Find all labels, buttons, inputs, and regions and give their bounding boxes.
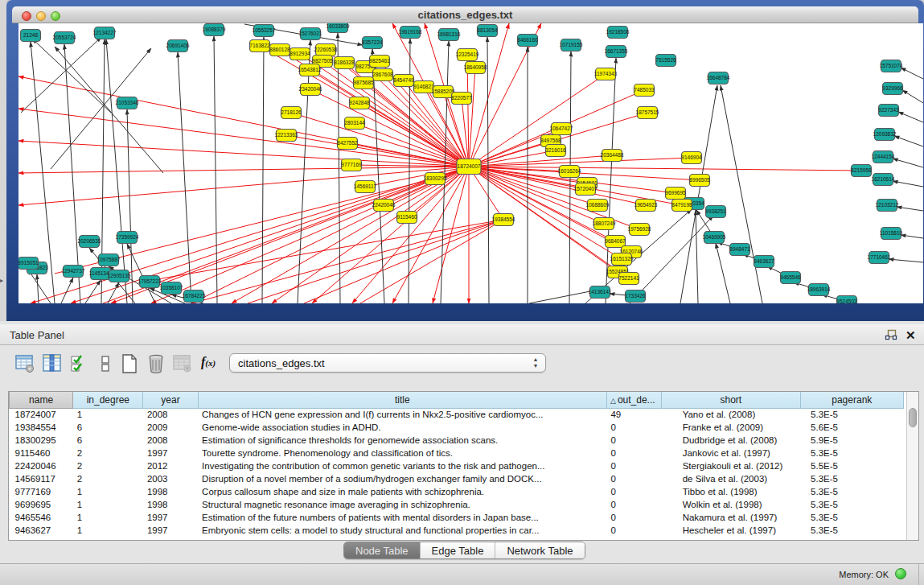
table-row[interactable]: 1830029562008Estimation of significance … bbox=[10, 434, 904, 447]
table-row[interactable]: 911546021997Tourette syndrome. Phenomeno… bbox=[10, 447, 904, 459]
graph-node[interactable]: 16543812 bbox=[298, 64, 322, 76]
memory-status-indicator[interactable] bbox=[895, 568, 906, 579]
cell-pagerank[interactable]: 5.3E-5 bbox=[800, 447, 903, 459]
create-column-icon[interactable] bbox=[119, 353, 140, 374]
graph-node[interactable]: 9465546 bbox=[780, 272, 801, 284]
cell-name[interactable]: 9115460 bbox=[10, 447, 73, 459]
table-row[interactable]: 946554611997Estimation of the future num… bbox=[10, 511, 904, 524]
graph-node[interactable]: 18640958 bbox=[464, 62, 487, 74]
cell-in_degree[interactable]: 1 bbox=[73, 485, 143, 498]
graph-node[interactable]: 7485033 bbox=[634, 84, 655, 97]
graph-node[interactable]: 9115460 bbox=[397, 212, 417, 224]
graph-node[interactable]: 21053346 bbox=[116, 97, 139, 109]
graph-edge[interactable] bbox=[893, 181, 923, 187]
cell-in_degree[interactable]: 2 bbox=[73, 459, 143, 472]
graph-node[interactable]: 17710461 bbox=[868, 252, 891, 264]
graph-edge[interactable] bbox=[696, 210, 698, 303]
graph-edge[interactable] bbox=[716, 243, 730, 303]
cell-title[interactable]: Embryonic stem cells: a model to study s… bbox=[198, 524, 606, 537]
graph-node[interactable]: 8479198 bbox=[671, 200, 692, 212]
graph-node[interactable]: 10647427 bbox=[550, 123, 573, 135]
graph-node[interactable]: 15751074 bbox=[880, 60, 903, 72]
graph-edge[interactable] bbox=[469, 158, 692, 167]
graph-edge[interactable] bbox=[64, 44, 80, 303]
graph-node[interactable]: 8215958 bbox=[851, 165, 872, 177]
graph-node[interactable]: 19218506 bbox=[606, 27, 630, 39]
table-row[interactable]: 1872400712008Changes of HCN gene express… bbox=[10, 408, 904, 421]
cell-title[interactable]: Structural magnetic resonance image aver… bbox=[198, 498, 606, 511]
cell-pagerank[interactable]: 5.9E-5 bbox=[800, 434, 903, 447]
graph-node[interactable]: 10553257 bbox=[253, 25, 276, 37]
graph-node[interactable]: 8186328 bbox=[334, 57, 355, 69]
cell-year[interactable]: 1998 bbox=[143, 498, 198, 511]
graph-edge[interactable] bbox=[191, 220, 503, 303]
graph-node[interactable]: 11015810 bbox=[880, 228, 903, 240]
graph-node[interactable]: 8915051 bbox=[18, 257, 39, 270]
cell-title[interactable]: Genome-wide association studies in ADHD. bbox=[198, 421, 606, 434]
graph-node[interactable]: 8454749 bbox=[393, 75, 414, 87]
cell-name[interactable]: 14569117 bbox=[10, 472, 73, 485]
graph-node[interactable]: 20206535 bbox=[78, 236, 101, 248]
cell-title[interactable]: Tourette syndrome. Phenomenology and cla… bbox=[198, 447, 606, 459]
graph-node[interactable]: 8220577 bbox=[451, 93, 472, 105]
cell-pagerank[interactable]: 5.3E-5 bbox=[800, 485, 903, 498]
cell-pagerank[interactable]: 5.3E-5 bbox=[800, 472, 903, 485]
network-window-titlebar[interactable]: citations_edges.txt bbox=[12, 6, 918, 23]
graph-node[interactable]: 18757515 bbox=[636, 107, 659, 119]
graph-node[interactable]: 16033809 bbox=[326, 23, 350, 33]
cell-in_degree[interactable]: 6 bbox=[73, 434, 143, 447]
graph-edge[interactable] bbox=[901, 235, 923, 238]
graph-node[interactable]: 14569117 bbox=[354, 181, 377, 193]
cell-in_degree[interactable]: 2 bbox=[73, 447, 143, 459]
cell-in_degree[interactable]: 1 bbox=[73, 511, 143, 524]
graph-node[interactable]: 9825461 bbox=[369, 56, 390, 68]
table-row[interactable]: 1456911722003Disruption of a novel membe… bbox=[10, 472, 904, 485]
graph-edge[interactable] bbox=[127, 244, 155, 303]
cell-out_degree[interactable]: 0 bbox=[606, 524, 661, 537]
cell-pagerank[interactable]: 5.3E-5 bbox=[800, 524, 903, 537]
graph-node[interactable]: 12444154 bbox=[872, 151, 895, 163]
graph-edge[interactable] bbox=[248, 220, 503, 303]
graph-node[interactable]: 3216016 bbox=[545, 145, 566, 157]
graph-edge[interactable] bbox=[902, 90, 923, 103]
cell-out_degree[interactable]: 0 bbox=[606, 511, 661, 524]
cell-year[interactable]: 2009 bbox=[143, 421, 198, 434]
cell-short[interactable]: Stergiakouli et al. (2012) bbox=[662, 459, 800, 472]
graph-node[interactable]: 20553724 bbox=[53, 32, 76, 44]
cell-title[interactable]: Disruption of a novel member of a sodium… bbox=[198, 472, 606, 485]
graph-node[interactable]: 12093832 bbox=[873, 129, 897, 141]
graph-edge[interactable] bbox=[372, 49, 384, 303]
function-builder-icon[interactable]: f(x) bbox=[201, 355, 216, 369]
cell-in_degree[interactable]: 1 bbox=[73, 498, 143, 511]
tab-network-table[interactable]: Network Table bbox=[495, 542, 584, 558]
graph-node[interactable]: 8912934 bbox=[290, 48, 310, 60]
cell-short[interactable]: de Silva et al. (2003) bbox=[662, 472, 800, 485]
column-header-name[interactable]: name bbox=[10, 392, 73, 408]
graph-node[interactable]: 10469905 bbox=[703, 232, 726, 244]
graph-node[interactable]: 14136141 bbox=[589, 286, 612, 299]
graph-node[interactable]: 19756928 bbox=[628, 224, 651, 236]
graph-node[interactable]: 23420046 bbox=[299, 84, 322, 96]
graph-node[interactable]: 16151329 bbox=[610, 253, 634, 266]
cell-pagerank[interactable]: 5.3E-5 bbox=[800, 408, 903, 421]
graph-node[interactable]: 18300295 bbox=[424, 173, 447, 185]
cell-out_degree[interactable]: 0 bbox=[606, 498, 661, 511]
cell-in_degree[interactable]: 2 bbox=[73, 472, 143, 485]
cell-short[interactable]: Franke et al. (2009) bbox=[662, 421, 800, 434]
graph-edge[interactable] bbox=[18, 109, 469, 167]
graph-node[interactable]: 19619168 bbox=[399, 27, 422, 39]
graph-node[interactable]: 9875685 bbox=[353, 77, 374, 89]
graph-edge[interactable] bbox=[894, 136, 923, 146]
graph-node[interactable]: 11974343 bbox=[594, 68, 618, 80]
graph-node[interactable]: 8860128 bbox=[269, 44, 290, 56]
graph-node[interactable]: 2803144 bbox=[344, 117, 365, 130]
network-graph-canvas[interactable]: 2124820553724121342272069140619088379105… bbox=[18, 23, 923, 303]
network-graph[interactable]: 2124820553724121342272069140619088379105… bbox=[18, 23, 923, 303]
column-header-out_degree[interactable]: △out_de... bbox=[606, 392, 661, 408]
cell-out_degree[interactable]: 0 bbox=[606, 485, 661, 498]
graph-node[interactable]: 9524502 bbox=[836, 296, 857, 304]
graph-node[interactable]: 16648784 bbox=[707, 72, 730, 84]
graph-node[interactable]: 12134227 bbox=[93, 27, 117, 39]
table-row[interactable]: 969969511998Structural magnetic resonanc… bbox=[10, 498, 904, 511]
graph-node[interactable]: 9684067 bbox=[605, 236, 626, 248]
